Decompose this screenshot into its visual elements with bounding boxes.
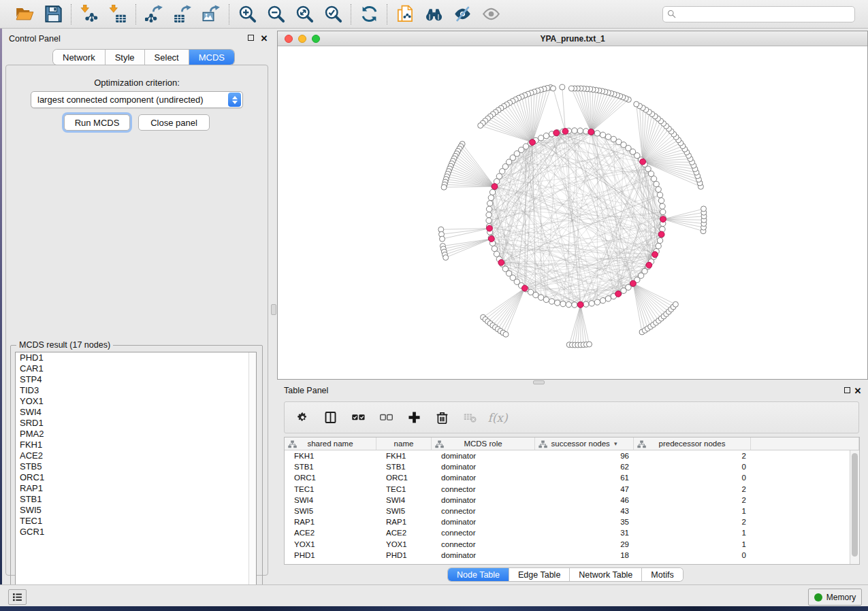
export-network-button[interactable] [144,4,164,24]
zoom-out-button[interactable] [266,4,286,24]
column-header-name[interactable]: name [376,437,432,450]
tab-mcds[interactable]: MCDS [189,50,234,65]
cell-name: ORC1 [376,472,432,483]
mcds-result-node[interactable]: STB5 [16,461,256,472]
column-header-shared-name[interactable]: shared name [285,437,376,450]
clear-all-checks-button[interactable] [378,410,394,426]
search-input[interactable] [677,7,854,21]
create-column-button[interactable] [406,410,422,426]
search-box[interactable] [662,6,855,22]
mcds-result-node[interactable]: SWI5 [16,505,256,516]
export-image-button[interactable] [201,4,221,24]
control-panel-close-icon[interactable]: ✕ [259,34,269,43]
cell-MCDS-role: dominator [432,450,535,461]
show-columns-button[interactable] [322,410,338,426]
table-row[interactable]: SWI4SWI4dominator462 [285,495,859,506]
hide-graphics-details-button[interactable] [452,4,472,24]
export-table-icon [174,5,192,23]
criterion-select[interactable]: largest connected component (undirected) [31,91,243,108]
table-row[interactable]: PHD1PHD1dominator180 [285,550,859,561]
vertical-splitter-handle[interactable] [271,304,276,315]
mcds-result-scrollbar[interactable] [248,352,256,594]
mcds-result-node[interactable]: TEC1 [16,516,256,527]
import-table-button[interactable] [108,4,128,24]
tab-edge-table[interactable]: Edge Table [509,568,570,581]
column-header-MCDS-role[interactable]: MCDS role [432,437,535,450]
mcds-result-node[interactable]: CAR1 [16,363,256,374]
cell-MCDS-role: dominator [432,472,535,483]
control-panel-float-icon[interactable] [246,34,255,43]
table-row[interactable]: ACE2ACE2connector311 [285,527,859,538]
search-objects-button[interactable] [423,4,444,24]
cell-name: RAP1 [376,516,432,527]
open-file-button[interactable] [14,4,35,24]
tab-network[interactable]: Network [53,50,106,65]
node-table-scroll-thumb[interactable] [852,453,858,557]
tab-motifs[interactable]: Motifs [642,568,682,581]
mcds-result-node[interactable]: SWI4 [16,407,256,418]
zoom-in-button[interactable] [237,4,257,24]
tab-network-table[interactable]: Network Table [570,568,642,581]
mcds-result-node[interactable]: PHD1 [16,352,256,363]
mcds-result-node[interactable]: GCR1 [16,527,256,538]
show-graphics-details-button[interactable] [481,4,501,24]
memory-button[interactable]: Memory [808,589,862,606]
memory-label: Memory [826,593,856,602]
cell-shared-name: SWI4 [285,495,376,506]
network-canvas[interactable] [278,46,867,379]
node-table-scrollbar[interactable] [850,450,859,564]
mcds-result-node[interactable]: FKH1 [16,440,256,450]
mcds-result-node[interactable]: PMA2 [16,429,256,440]
panel-menu-button[interactable] [8,589,27,605]
column-header-predecessor-nodes[interactable]: predecessor nodes [634,437,751,450]
select-all-checks-button[interactable] [350,410,366,426]
network-graph[interactable] [278,46,867,379]
tab-node-table[interactable]: Node Table [448,568,509,581]
table-row[interactable]: FKH1FKH1dominator962 [285,450,859,461]
cell-successor-nodes: 31 [535,527,634,538]
memory-status-icon [814,593,822,601]
mcds-result-list[interactable]: PHD1CAR1STP4TID3YOX1SWI4SRD1PMA2FKH1ACE2… [15,352,257,595]
run-mcds-button[interactable]: Run MCDS [64,114,130,131]
mcds-result-node[interactable]: ORC1 [16,472,256,483]
table-row[interactable]: ORC1ORC1dominator610 [285,472,859,483]
mcds-result-node[interactable]: STP4 [16,374,256,385]
save-session-button[interactable] [43,4,63,24]
cell-MCDS-role: dominator [432,550,535,561]
zoom-selected-button[interactable] [323,4,343,24]
cell-successor-nodes: 96 [535,450,634,461]
clone-network-button[interactable] [395,4,415,24]
mcds-result-node[interactable]: STB1 [16,494,256,505]
tab-style[interactable]: Style [106,50,145,65]
network-window-titlebar[interactable]: YPA_prune.txt_1 [278,31,867,46]
mcds-result-node[interactable]: SRD1 [16,418,256,429]
node-table: shared namenameMCDS rolesuccessor nodes▾… [284,437,860,565]
table-panel-float-icon[interactable] [842,386,852,395]
export-table-button[interactable] [172,4,193,24]
cell-predecessor-nodes: 1 [634,539,751,550]
table-panel-close-icon[interactable]: ✕ [853,386,863,395]
cell-predecessor-nodes: 2 [634,495,751,506]
table-row[interactable]: STB1STB1dominator620 [285,461,859,472]
import-network-button[interactable] [79,4,99,24]
table-row[interactable]: RAP1RAP1dominator352 [285,516,859,527]
zoom-fit-button[interactable] [294,4,315,24]
mcds-result-node[interactable]: TID3 [16,385,256,396]
tab-select[interactable]: Select [145,50,189,65]
zoom-out-icon [267,5,285,23]
cell-shared-name: TEC1 [285,484,376,495]
table-row[interactable]: TEC1TEC1connector472 [285,484,859,495]
zoom-fit-icon [295,5,314,23]
table-row[interactable]: YOX1YOX1connector291 [285,539,859,550]
cell-successor-nodes: 62 [535,461,634,472]
mcds-result-node[interactable]: RAP1 [16,483,256,494]
close-panel-button[interactable]: Close panel [138,114,210,131]
table-row[interactable]: SWI5SWI5connector431 [285,506,859,516]
table-settings-button[interactable] [294,410,310,426]
column-header-successor-nodes[interactable]: successor nodes▾ [535,437,634,450]
mcds-result-node[interactable]: ACE2 [16,450,256,461]
refresh-view-button[interactable] [359,4,379,24]
horizontal-splitter-handle[interactable] [533,380,545,384]
mcds-result-node[interactable]: YOX1 [16,396,256,407]
delete-column-button[interactable] [434,410,450,426]
